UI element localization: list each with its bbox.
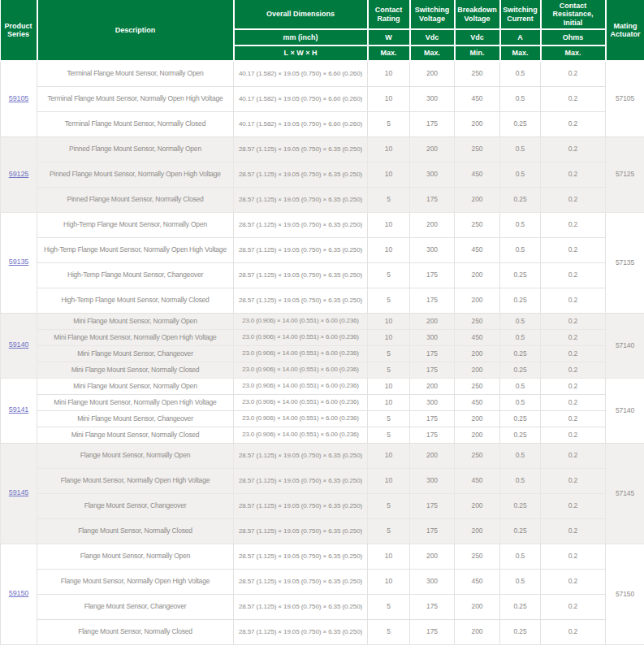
- switching-current-cell: 0.5: [500, 162, 541, 187]
- table-row: 59135High-Temp Flange Mount Sensor, Norm…: [1, 212, 644, 237]
- dims-cell: 28.57 (1.125) × 19.05 (0.750) × 6.35 (0.…: [234, 493, 368, 518]
- description-cell: Flange Mount Sensor, Normally Closed: [37, 619, 234, 644]
- switching-voltage-cell: 175: [410, 410, 455, 427]
- contact-resistance-cell: 0.2: [541, 288, 606, 313]
- breakdown-voltage-cell: 200: [455, 410, 500, 427]
- description-cell: Flange Mount Sensor, Normally Open: [37, 544, 234, 569]
- description-cell: Mini Flange Mount Sensor, Changeover: [37, 410, 234, 427]
- table-row: High-Temp Flange Mount Sensor, Normally …: [1, 288, 644, 313]
- dims-cell: 28.57 (1.125) × 19.05 (0.750) × 6.35 (0.…: [234, 212, 368, 237]
- description-cell: Terminal Flange Mount Sensor, Normally O…: [37, 61, 234, 86]
- table-row: 59141Mini Flange Mount Sensor, Normally …: [1, 378, 644, 394]
- dims-cell: 28.57 (1.125) × 19.05 (0.750) × 6.35 (0.…: [234, 468, 368, 493]
- product-spec-table: Product Series Description Overall Dimen…: [0, 0, 644, 645]
- dims-cell: 40.17 (1.582) × 19.05 (0.750) × 6.60 (0.…: [234, 61, 368, 86]
- table-row: Flange Mount Sensor, Normally Closed28.5…: [1, 619, 644, 644]
- contact-resistance-cell: 0.2: [541, 262, 606, 288]
- breakdown-voltage-cell: 450: [455, 237, 500, 262]
- switching-current-cell: 0.5: [500, 313, 541, 329]
- dims-cell: 40.17 (1.582) × 19.05 (0.750) × 6.60 (0.…: [234, 111, 368, 136]
- mating-actuator-cell: 57135: [606, 212, 644, 313]
- contact-rating-cell: 5: [368, 518, 410, 544]
- breakdown-voltage-cell: 250: [455, 212, 500, 237]
- mating-actuator-cell: 57145: [606, 443, 644, 544]
- contact-resistance-cell: 0.2: [541, 237, 606, 262]
- description-cell: Mini Flange Mount Sensor, Normally Open: [37, 313, 234, 329]
- contact-rating-cell: 5: [368, 619, 410, 644]
- dims-cell: 40.17 (1.582) × 19.05 (0.750) × 6.60 (0.…: [234, 86, 368, 111]
- product-series-cell: 59150: [1, 544, 37, 644]
- product-series-link[interactable]: 59150: [9, 589, 29, 597]
- switching-current-cell: 0.5: [500, 468, 541, 493]
- switching-current-cell: 0.5: [500, 443, 541, 468]
- switching-current-cell: 0.25: [500, 345, 541, 362]
- switching-voltage-cell: 200: [410, 212, 455, 237]
- datasheet-page: Product Series Description Overall Dimen…: [0, 0, 644, 645]
- switching-current-cell: 0.25: [500, 111, 541, 136]
- breakdown-voltage-cell: 450: [455, 468, 500, 493]
- col-header-mating-actuator: Mating Actuator: [606, 0, 644, 61]
- contact-resistance-cell: 0.2: [541, 619, 606, 644]
- product-series-link[interactable]: 59135: [9, 258, 29, 266]
- contact-rating-cell: 5: [368, 362, 410, 378]
- description-cell: Mini Flange Mount Sensor, Normally Open: [37, 378, 234, 394]
- contact-rating-cell: 5: [368, 111, 410, 136]
- product-series-link[interactable]: 59140: [9, 340, 29, 349]
- product-series-link[interactable]: 59145: [9, 488, 29, 496]
- description-cell: Flange Mount Sensor, Changeover: [37, 594, 234, 619]
- breakdown-voltage-cell: 200: [455, 262, 500, 288]
- product-series-cell: 59135: [1, 212, 37, 313]
- product-series-link[interactable]: 59125: [9, 170, 29, 178]
- product-series-link[interactable]: 59105: [9, 94, 29, 102]
- contact-rating-cell: 10: [368, 136, 410, 162]
- description-cell: High-Temp Flange Mount Sensor, Changeove…: [37, 262, 234, 288]
- switching-current-cell: 0.5: [500, 329, 541, 345]
- table-row: Mini Flange Mount Sensor, Normally Close…: [1, 427, 644, 443]
- dims-cell: 23.0 (0.906) × 14.00 (0.551) × 6.00 (0.2…: [234, 345, 368, 362]
- dims-cell: 28.57 (1.125) × 19.05 (0.750) × 6.35 (0.…: [234, 162, 368, 187]
- switching-current-cell: 0.5: [500, 86, 541, 111]
- breakdown-voltage-cell: 250: [455, 61, 500, 86]
- product-series-link[interactable]: 59141: [9, 405, 29, 414]
- table-row: High-Temp Flange Mount Sensor, Normally …: [1, 237, 644, 262]
- table-row: 59105Terminal Flange Mount Sensor, Norma…: [1, 61, 644, 86]
- product-series-cell: 59145: [1, 443, 37, 544]
- switching-current-cell: 0.25: [500, 187, 541, 212]
- description-cell: Mini Flange Mount Sensor, Normally Open …: [37, 394, 234, 410]
- contact-resistance-cell: 0.2: [541, 544, 606, 569]
- contact-resistance-cell: 0.2: [541, 136, 606, 162]
- contact-rating-cell: 5: [368, 187, 410, 212]
- breakdown-voltage-cell: 250: [455, 443, 500, 468]
- switching-voltage-cell: 300: [410, 237, 455, 262]
- description-cell: Flange Mount Sensor, Normally Open High …: [37, 468, 234, 493]
- contact-resistance-cell: 0.2: [541, 394, 606, 410]
- contact-resistance-cell: 0.2: [541, 162, 606, 187]
- switching-voltage-cell: 175: [410, 345, 455, 362]
- contact-rating-cell: 10: [368, 378, 410, 394]
- description-cell: High-Temp Flange Mount Sensor, Normally …: [37, 212, 234, 237]
- col-header-product-series: Product Series: [1, 0, 37, 61]
- contact-rating-cell: 10: [368, 544, 410, 569]
- description-cell: Flange Mount Sensor, Normally Open High …: [37, 569, 234, 594]
- table-row: Pinned Flange Mount Sensor, Normally Ope…: [1, 162, 644, 187]
- contact-resistance-cell: 0.2: [541, 569, 606, 594]
- mating-actuator-cell: 57140: [606, 313, 644, 378]
- product-series-cell: 59105: [1, 61, 37, 136]
- switching-current-cell: 0.5: [500, 136, 541, 162]
- switching-voltage-cell: 175: [410, 619, 455, 644]
- breakdown-voltage-cell: 200: [455, 493, 500, 518]
- switching-voltage-cell: 175: [410, 187, 455, 212]
- breakdown-voltage-cell: 250: [455, 313, 500, 329]
- contact-rating-cell: 5: [368, 410, 410, 427]
- contact-rating-cell: 5: [368, 345, 410, 362]
- dims-cell: 28.57 (1.125) × 19.05 (0.750) × 6.35 (0.…: [234, 594, 368, 619]
- col-header-contact-rating: Contact Rating: [368, 0, 410, 29]
- description-cell: High-Temp Flange Mount Sensor, Normally …: [37, 288, 234, 313]
- switching-current-cell: 0.25: [500, 362, 541, 378]
- table-row: Flange Mount Sensor, Normally Open High …: [1, 569, 644, 594]
- contact-rating-cell: 5: [368, 594, 410, 619]
- unit-contact-resistance: Ohms: [541, 29, 606, 46]
- table-row: Mini Flange Mount Sensor, Normally Open …: [1, 329, 644, 345]
- contact-rating-cell: 10: [368, 237, 410, 262]
- contact-rating-cell: 10: [368, 394, 410, 410]
